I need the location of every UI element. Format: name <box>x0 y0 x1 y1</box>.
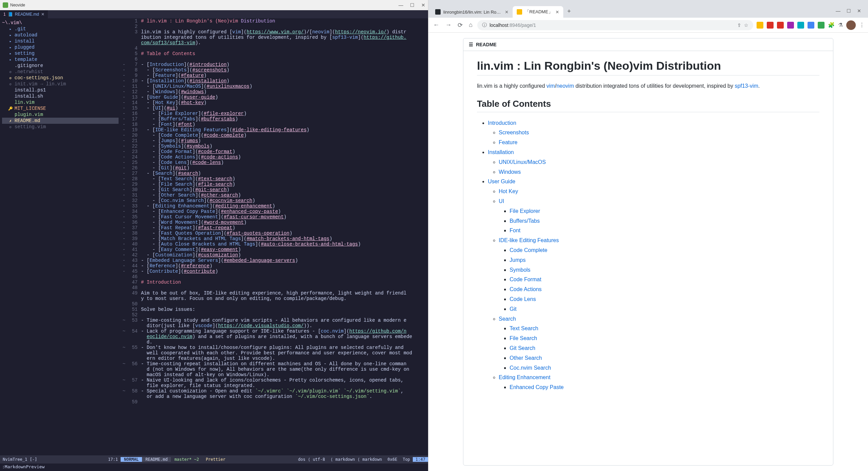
reload-button[interactable]: ⟳ <box>456 20 464 30</box>
neovim-link[interactable]: neovim <box>556 83 574 89</box>
code-line[interactable]: -11 - [UNIX/Linux/MacOS](#unixlinuxmacos… <box>121 84 428 89</box>
code-line[interactable]: ~58- Special customization - Open and ed… <box>121 388 428 394</box>
toc-link[interactable]: Code Actions <box>510 286 542 292</box>
site-info-icon[interactable]: ⓘ <box>482 22 487 28</box>
toc-link[interactable]: User Guide <box>488 179 515 184</box>
spf13-link[interactable]: spf13-vim <box>735 83 758 89</box>
toc-link[interactable]: File Explorer <box>510 208 540 214</box>
tree-item[interactable]: ⊘.netrwhist <box>2 69 119 75</box>
browser-maximize-button[interactable]: ☐ <box>847 8 851 14</box>
code-line[interactable]: -37 - [Fast Repeat](#fast-repeat) <box>121 225 428 231</box>
toc-link[interactable]: Git Search <box>510 345 535 351</box>
tree-item[interactable]: install.sh <box>2 93 119 99</box>
tab-close-icon[interactable]: ✕ <box>41 12 45 17</box>
code-line[interactable]: ~57- Naive UI-looking and lack of icons/… <box>121 377 428 383</box>
vim-link[interactable]: vim <box>547 83 555 89</box>
toc-link[interactable]: Editing Enhancement <box>499 374 550 380</box>
code-line[interactable]: macOS instead of alt-key on Windows/Linu… <box>121 372 428 377</box>
code-line[interactable]: -22 - [Symbols](#symbols) <box>121 144 428 149</box>
browser-tab[interactable]: linrongbin16/lin.vim: Lin Rongbi...✕ <box>431 6 513 18</box>
code-line[interactable]: -31 - [Other Search](#other-search) <box>121 192 428 198</box>
menu-icon[interactable]: ⋮ <box>859 22 865 28</box>
code-line[interactable]: 5# Table of Contents <box>121 51 428 56</box>
new-tab-button[interactable]: + <box>563 5 575 18</box>
code-line[interactable]: 47# Introduction <box>121 280 428 285</box>
editor-tab[interactable]: 1 📘 README.md ✕ <box>0 10 48 18</box>
code-line[interactable]: -35 - [Fast Cursor Movement](#fast-curso… <box>121 214 428 220</box>
extension-icon[interactable] <box>757 22 763 29</box>
code-line[interactable]: 48 <box>121 285 428 290</box>
experiments-icon[interactable]: ⚗ <box>838 22 843 28</box>
tab-close-icon[interactable]: ✕ <box>505 10 509 15</box>
file-tree[interactable]: ~\.vim\ ▸.git ▸autoload ▸install ▸plugge… <box>0 18 121 455</box>
tree-item[interactable]: ▸.git <box>2 26 119 32</box>
list-icon[interactable]: ☰ <box>469 42 473 47</box>
toc-link[interactable]: Code Complete <box>510 247 547 253</box>
toc-link[interactable]: Search <box>499 316 516 322</box>
tree-item[interactable]: ✗README.md <box>2 118 119 124</box>
forward-button[interactable]: → <box>444 20 453 30</box>
code-line[interactable]: -30 - [Git Search](#git-search) <box>121 187 428 192</box>
code-line[interactable]: -9 - [Feature](#feature) <box>121 73 428 78</box>
code-line[interactable]: -14 - [Hot Key](#hot-key) <box>121 100 428 105</box>
toc-link[interactable]: Buffers/Tabs <box>510 218 540 224</box>
close-button[interactable]: ✕ <box>421 2 425 8</box>
code-line[interactable]: -42 - [Customization](#customization) <box>121 252 428 258</box>
extension-icon[interactable] <box>767 22 774 29</box>
toc-link[interactable]: Feature <box>499 139 517 145</box>
share-icon[interactable]: ⇪ <box>737 22 741 28</box>
code-line[interactable]: -8 - [Screenshots](#screenshots) <box>121 67 428 73</box>
code-line[interactable]: -32 - [Coc.nvim Search](#cocnvim-search) <box>121 198 428 203</box>
code-line[interactable]: or add a new language server with coc co… <box>121 394 428 399</box>
tree-item[interactable]: lin.vim <box>2 99 119 105</box>
toc-link[interactable]: Code Format <box>510 276 541 282</box>
code-line[interactable]: d. <box>121 339 428 345</box>
bookmark-icon[interactable]: ☆ <box>744 22 748 28</box>
code-line[interactable]: ~55- Don't know how to install/choose/co… <box>121 345 428 350</box>
code-line[interactable]: -33 - [Editing Enhancement](#editing-enh… <box>121 203 428 209</box>
code-line[interactable]: 49Aim to be out of box, IDE-like editing… <box>121 290 428 296</box>
browser-close-button[interactable]: ✕ <box>857 8 861 14</box>
code-line[interactable]: -21 - [Jumps](#jumps) <box>121 138 428 144</box>
extension-icon[interactable] <box>777 22 784 29</box>
browser-viewport[interactable]: ☰ README lin.vim : Lin Rongbin's (Neo)vi… <box>428 33 868 471</box>
toc-link[interactable]: Font <box>510 228 520 233</box>
neovide-titlebar[interactable]: Neovide — ☐ ✕ <box>0 0 428 10</box>
toc-link[interactable]: Windows <box>499 169 521 175</box>
code-line[interactable]: -20 - [Code Complete](#code-complete) <box>121 133 428 138</box>
code-line[interactable]: -40 - [Auto Close Brackets and HTML Tags… <box>121 241 428 247</box>
code-line[interactable]: d (not on Windows for now), All behavior… <box>121 367 428 372</box>
toc-link[interactable]: Git <box>510 306 516 312</box>
home-button[interactable]: ⌂ <box>467 20 474 30</box>
toc-link[interactable]: Symbols <box>510 267 530 273</box>
tab-close-icon[interactable]: ✕ <box>555 10 559 15</box>
tree-item[interactable]: ▸setting <box>2 50 119 56</box>
code-line[interactable]: 51Solve below issues: <box>121 307 428 312</box>
code-line[interactable]: 59 <box>121 399 428 405</box>
code-line[interactable]: -28 - [Text Search](#text-search) <box>121 176 428 182</box>
code-line[interactable]: 3lin.vim is a highly configured [vim](ht… <box>121 29 428 35</box>
code-line[interactable]: -13- [User Guide](#user-guide) <box>121 95 428 100</box>
browser-minimize-button[interactable]: — <box>836 8 840 14</box>
code-line[interactable]: 2 <box>121 24 428 29</box>
code-line[interactable]: y to most users. Focus on and only on ed… <box>121 296 428 301</box>
code-line[interactable]: ~53- Time-costing study and configure vi… <box>121 318 428 323</box>
command-line[interactable]: :MarkdownPreview <box>0 464 428 471</box>
toc-link[interactable]: UNIX/Linux/MacOS <box>499 159 546 165</box>
code-line[interactable]: com/spf13/spf13-vim). <box>121 40 428 46</box>
tree-item[interactable]: ⊘coc-settings.json <box>2 75 119 81</box>
code-line[interactable]: 50 <box>121 301 428 307</box>
toc-link[interactable]: Hot Key <box>499 188 518 194</box>
code-line[interactable]: 52 <box>121 312 428 318</box>
code-line[interactable]: 46 <box>121 274 428 280</box>
tree-item[interactable]: ⊘setting.vim <box>2 124 119 130</box>
code-line[interactable]: -36 - [Word Movement](#word-movement) <box>121 220 428 225</box>
code-line[interactable]: -43- [Embeded Language Servers](#embeded… <box>121 258 428 263</box>
toc-link[interactable]: Installation <box>488 149 514 155</box>
toc-link[interactable]: File Search <box>510 335 537 341</box>
tree-root[interactable]: ~\.vim\ <box>2 20 119 26</box>
code-line[interactable]: -7- [Introduction](#introduction) <box>121 62 428 67</box>
code-line[interactable]: ibution integrated tons of utilities for… <box>121 35 428 40</box>
code-editor[interactable]: 1# lin.vim : Lin Rongbin's (Neo)vim Dist… <box>121 18 428 455</box>
tree-item[interactable]: ⊘init.vim → lin.vim <box>2 81 119 87</box>
